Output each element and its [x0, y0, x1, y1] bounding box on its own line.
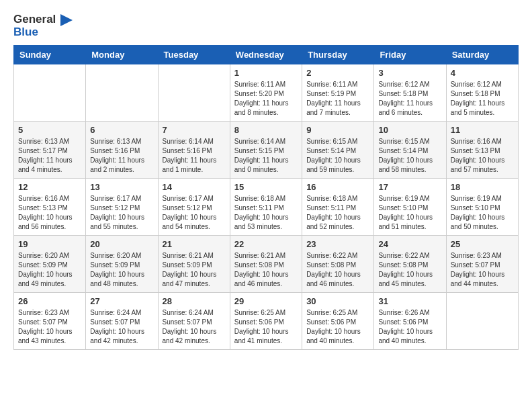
logo-wordmark: General Blue	[13, 13, 73, 38]
calendar-week-row: 26Sunrise: 6:23 AM Sunset: 5:07 PM Dayli…	[14, 293, 519, 350]
calendar-week-row: 19Sunrise: 6:20 AM Sunset: 5:09 PM Dayli…	[14, 236, 519, 293]
calendar-cell: 16Sunrise: 6:18 AM Sunset: 5:11 PM Dayli…	[302, 179, 374, 236]
day-info: Sunrise: 6:14 AM Sunset: 5:16 PM Dayligh…	[163, 137, 226, 175]
calendar-cell: 30Sunrise: 6:25 AM Sunset: 5:06 PM Dayli…	[302, 293, 374, 350]
day-info: Sunrise: 6:17 AM Sunset: 5:12 PM Dayligh…	[90, 194, 153, 232]
calendar-cell: 25Sunrise: 6:23 AM Sunset: 5:07 PM Dayli…	[446, 236, 518, 293]
svg-marker-0	[60, 14, 73, 26]
calendar-cell: 12Sunrise: 6:16 AM Sunset: 5:13 PM Dayli…	[14, 179, 86, 236]
weekday-header-saturday: Saturday	[446, 46, 518, 64]
day-info: Sunrise: 6:15 AM Sunset: 5:14 PM Dayligh…	[306, 137, 369, 175]
calendar-cell: 2Sunrise: 6:11 AM Sunset: 5:19 PM Daylig…	[302, 64, 374, 122]
day-number: 7	[163, 125, 226, 135]
calendar-week-row: 5Sunrise: 6:13 AM Sunset: 5:17 PM Daylig…	[14, 122, 519, 179]
day-info: Sunrise: 6:23 AM Sunset: 5:07 PM Dayligh…	[451, 251, 514, 289]
day-number: 21	[163, 239, 226, 249]
day-number: 2	[306, 68, 369, 78]
day-number: 5	[18, 125, 81, 135]
day-number: 25	[451, 239, 514, 249]
day-info: Sunrise: 6:14 AM Sunset: 5:15 PM Dayligh…	[234, 137, 298, 175]
day-number: 12	[18, 182, 81, 192]
weekday-header-wednesday: Wednesday	[230, 46, 302, 64]
day-info: Sunrise: 6:11 AM Sunset: 5:20 PM Dayligh…	[234, 80, 298, 118]
calendar-cell	[14, 64, 86, 122]
day-number: 26	[18, 296, 81, 306]
day-info: Sunrise: 6:16 AM Sunset: 5:13 PM Dayligh…	[18, 194, 81, 232]
logo-general: General	[13, 13, 56, 26]
calendar-cell: 18Sunrise: 6:19 AM Sunset: 5:10 PM Dayli…	[446, 179, 518, 236]
day-info: Sunrise: 6:22 AM Sunset: 5:08 PM Dayligh…	[378, 251, 441, 289]
day-number: 16	[306, 182, 369, 192]
calendar-cell: 19Sunrise: 6:20 AM Sunset: 5:09 PM Dayli…	[14, 236, 86, 293]
calendar-cell: 28Sunrise: 6:24 AM Sunset: 5:07 PM Dayli…	[158, 293, 230, 350]
day-number: 31	[378, 296, 441, 306]
calendar-cell: 29Sunrise: 6:25 AM Sunset: 5:06 PM Dayli…	[230, 293, 302, 350]
calendar-cell: 20Sunrise: 6:20 AM Sunset: 5:09 PM Dayli…	[86, 236, 158, 293]
calendar-cell	[158, 64, 230, 122]
calendar-week-row: 1Sunrise: 6:11 AM Sunset: 5:20 PM Daylig…	[14, 64, 519, 122]
day-info: Sunrise: 6:24 AM Sunset: 5:07 PM Dayligh…	[163, 308, 226, 346]
day-number: 14	[163, 182, 226, 192]
day-info: Sunrise: 6:12 AM Sunset: 5:18 PM Dayligh…	[378, 80, 441, 118]
logo-blue: Blue	[13, 26, 38, 38]
day-number: 4	[451, 68, 514, 78]
day-info: Sunrise: 6:21 AM Sunset: 5:09 PM Dayligh…	[163, 251, 226, 289]
calendar-cell: 24Sunrise: 6:22 AM Sunset: 5:08 PM Dayli…	[374, 236, 446, 293]
day-info: Sunrise: 6:25 AM Sunset: 5:06 PM Dayligh…	[234, 308, 298, 346]
day-info: Sunrise: 6:18 AM Sunset: 5:11 PM Dayligh…	[234, 194, 298, 232]
day-info: Sunrise: 6:17 AM Sunset: 5:12 PM Dayligh…	[163, 194, 226, 232]
calendar-cell: 6Sunrise: 6:13 AM Sunset: 5:16 PM Daylig…	[86, 122, 158, 179]
calendar-body: 1Sunrise: 6:11 AM Sunset: 5:20 PM Daylig…	[14, 64, 519, 350]
day-info: Sunrise: 6:24 AM Sunset: 5:07 PM Dayligh…	[90, 308, 153, 346]
calendar-cell: 3Sunrise: 6:12 AM Sunset: 5:18 PM Daylig…	[374, 64, 446, 122]
day-number: 20	[90, 239, 153, 249]
day-number: 17	[378, 182, 441, 192]
weekday-header-friday: Friday	[374, 46, 446, 64]
calendar-cell: 10Sunrise: 6:15 AM Sunset: 5:14 PM Dayli…	[374, 122, 446, 179]
day-number: 24	[378, 239, 441, 249]
day-number: 23	[306, 239, 369, 249]
day-info: Sunrise: 6:21 AM Sunset: 5:08 PM Dayligh…	[234, 251, 298, 289]
calendar-cell: 14Sunrise: 6:17 AM Sunset: 5:12 PM Dayli…	[158, 179, 230, 236]
day-info: Sunrise: 6:18 AM Sunset: 5:11 PM Dayligh…	[306, 194, 369, 232]
day-info: Sunrise: 6:19 AM Sunset: 5:10 PM Dayligh…	[378, 194, 441, 232]
day-number: 27	[90, 296, 153, 306]
day-number: 30	[306, 296, 369, 306]
calendar-cell: 17Sunrise: 6:19 AM Sunset: 5:10 PM Dayli…	[374, 179, 446, 236]
day-info: Sunrise: 6:25 AM Sunset: 5:06 PM Dayligh…	[306, 308, 369, 346]
day-info: Sunrise: 6:22 AM Sunset: 5:08 PM Dayligh…	[306, 251, 369, 289]
day-info: Sunrise: 6:15 AM Sunset: 5:14 PM Dayligh…	[378, 137, 441, 175]
calendar-cell: 13Sunrise: 6:17 AM Sunset: 5:12 PM Dayli…	[86, 179, 158, 236]
day-info: Sunrise: 6:19 AM Sunset: 5:10 PM Dayligh…	[451, 194, 514, 232]
day-info: Sunrise: 6:23 AM Sunset: 5:07 PM Dayligh…	[18, 308, 81, 346]
day-number: 22	[234, 239, 298, 249]
calendar-cell: 9Sunrise: 6:15 AM Sunset: 5:14 PM Daylig…	[302, 122, 374, 179]
day-number: 3	[378, 68, 441, 78]
calendar-cell	[446, 293, 518, 350]
calendar-cell: 15Sunrise: 6:18 AM Sunset: 5:11 PM Dayli…	[230, 179, 302, 236]
calendar-week-row: 12Sunrise: 6:16 AM Sunset: 5:13 PM Dayli…	[14, 179, 519, 236]
calendar-cell: 27Sunrise: 6:24 AM Sunset: 5:07 PM Dayli…	[86, 293, 158, 350]
calendar-cell	[86, 64, 158, 122]
day-number: 28	[163, 296, 226, 306]
calendar-cell: 4Sunrise: 6:12 AM Sunset: 5:18 PM Daylig…	[446, 64, 518, 122]
day-info: Sunrise: 6:12 AM Sunset: 5:18 PM Dayligh…	[451, 80, 514, 118]
day-number: 10	[378, 125, 441, 135]
day-number: 18	[451, 182, 514, 192]
calendar-cell: 1Sunrise: 6:11 AM Sunset: 5:20 PM Daylig…	[230, 64, 302, 122]
day-info: Sunrise: 6:11 AM Sunset: 5:19 PM Dayligh…	[306, 80, 369, 118]
day-number: 19	[18, 239, 81, 249]
day-info: Sunrise: 6:13 AM Sunset: 5:16 PM Dayligh…	[90, 137, 153, 175]
logo: General Blue	[13, 13, 73, 38]
day-info: Sunrise: 6:20 AM Sunset: 5:09 PM Dayligh…	[90, 251, 153, 289]
calendar-table: SundayMondayTuesdayWednesdayThursdayFrid…	[13, 45, 519, 350]
calendar-cell: 5Sunrise: 6:13 AM Sunset: 5:17 PM Daylig…	[14, 122, 86, 179]
calendar-cell: 8Sunrise: 6:14 AM Sunset: 5:15 PM Daylig…	[230, 122, 302, 179]
calendar-cell: 23Sunrise: 6:22 AM Sunset: 5:08 PM Dayli…	[302, 236, 374, 293]
day-number: 15	[234, 182, 298, 192]
day-number: 1	[234, 68, 298, 78]
page-header: General Blue	[13, 13, 519, 38]
day-info: Sunrise: 6:16 AM Sunset: 5:13 PM Dayligh…	[451, 137, 514, 175]
calendar-cell: 11Sunrise: 6:16 AM Sunset: 5:13 PM Dayli…	[446, 122, 518, 179]
calendar-header-row: SundayMondayTuesdayWednesdayThursdayFrid…	[14, 46, 519, 64]
